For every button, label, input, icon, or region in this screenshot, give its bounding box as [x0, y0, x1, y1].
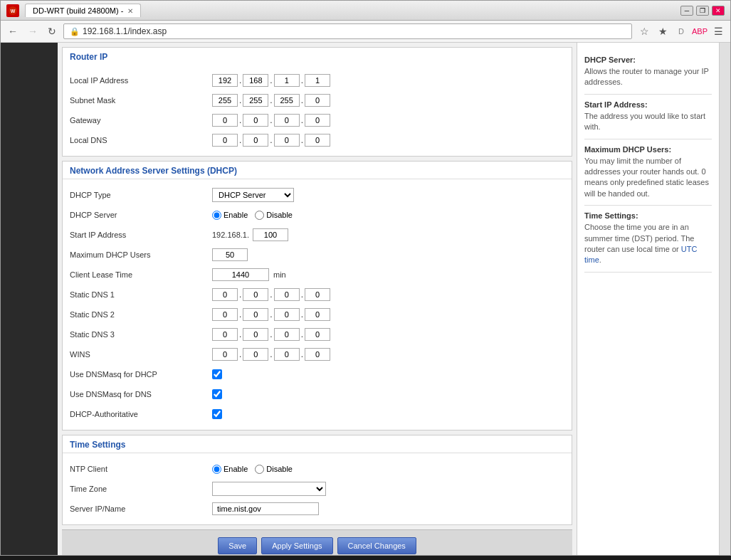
gateway-4[interactable]: [305, 114, 330, 127]
gateway-2[interactable]: [243, 114, 268, 127]
ntp-disable-radio[interactable]: [255, 465, 264, 474]
dhcp-disable-label[interactable]: Disable: [255, 211, 293, 220]
url-bar[interactable]: 🔒 192.168.1.1/index.asp: [63, 23, 632, 39]
ntp-enable-radio[interactable]: [212, 465, 221, 474]
start-ip-row: Start IP Address 192.168.1.: [70, 225, 564, 245]
gateway-row: Gateway . . .: [70, 110, 564, 130]
local-dns-1[interactable]: [212, 134, 238, 147]
sdns2-2[interactable]: [243, 308, 268, 321]
subnet-mask-row: Subnet Mask . . .: [70, 90, 564, 110]
use-dnsmasq-dns-checkbox[interactable]: [212, 389, 222, 399]
dhcp-server-label: DHCP Server: [70, 211, 212, 219]
gateway-3[interactable]: [274, 114, 300, 127]
dhcp-type-select[interactable]: DHCP Server DHCP Forwarder: [212, 188, 294, 202]
local-ip-2[interactable]: [243, 74, 268, 87]
sdns3-3[interactable]: [274, 328, 300, 341]
time-settings-section: Time Settings NTP Client Enable: [62, 435, 572, 525]
start-ip-prefix: 192.168.1.: [212, 231, 249, 239]
tab-label: DD-WRT (build 24800M) -: [33, 6, 123, 15]
wins-4[interactable]: [305, 348, 330, 361]
dhcp-enable-label[interactable]: Enable: [212, 211, 248, 220]
utc-time-link[interactable]: UTC time: [584, 245, 697, 264]
title-bar: W DD-WRT (build 24800M) - ✕ ─ ❐ ✕: [1, 1, 730, 21]
dhcp-enable-radio[interactable]: [212, 211, 221, 220]
local-dns-4[interactable]: [305, 134, 330, 147]
dhcp-type-label: DHCP Type: [70, 191, 212, 199]
save-button[interactable]: Save: [218, 537, 257, 554]
adblock-icon[interactable]: ABP: [692, 23, 708, 39]
ntp-disable-label[interactable]: Disable: [255, 465, 293, 474]
wins-3[interactable]: [274, 348, 300, 361]
use-dnsmasq-dhcp-checkbox[interactable]: [212, 369, 222, 379]
local-ip-4[interactable]: [305, 74, 330, 87]
sdns3-1[interactable]: [212, 328, 238, 341]
lease-time-row: Client Lease Time min: [70, 265, 564, 285]
local-ip-3[interactable]: [274, 74, 300, 87]
restore-button[interactable]: ❐: [696, 6, 709, 16]
sdns2-3[interactable]: [274, 308, 300, 321]
gateway-label: Gateway: [70, 116, 212, 125]
dhcp-type-row: DHCP Type DHCP Server DHCP Forwarder: [70, 185, 564, 205]
subnet-3[interactable]: [274, 94, 300, 107]
tab-close-icon[interactable]: ✕: [127, 7, 133, 15]
dhcp-disable-radio[interactable]: [255, 211, 264, 220]
back-button[interactable]: ←: [5, 24, 21, 38]
local-ip-row: Local IP Address . . .: [70, 70, 564, 90]
wins-2[interactable]: [243, 348, 268, 361]
nav-bar: ← → ↻ 🔒 192.168.1.1/index.asp ☆ ★ D ABP …: [1, 21, 730, 43]
ntp-enable-label[interactable]: Enable: [212, 465, 248, 474]
close-button[interactable]: ✕: [712, 6, 725, 16]
subnet-1[interactable]: [212, 94, 238, 107]
local-ip-1[interactable]: [212, 74, 238, 87]
wins-1[interactable]: [212, 348, 238, 361]
sdns3-4[interactable]: [305, 328, 330, 341]
start-ip-last-octet[interactable]: [253, 228, 288, 241]
gateway-1[interactable]: [212, 114, 238, 127]
scrollbar[interactable]: [719, 43, 730, 555]
sdns3-2[interactable]: [243, 328, 268, 341]
dhcp-server-row: DHCP Server Enable Disable: [70, 205, 564, 225]
right-help-panel: DHCP Server: Allows the router to manage…: [577, 43, 719, 555]
lease-time-input[interactable]: [212, 268, 269, 281]
url-lock-icon: 🔒: [70, 27, 80, 36]
forward-button[interactable]: →: [25, 24, 41, 38]
star-icon[interactable]: ☆: [636, 23, 652, 39]
sdns2-4[interactable]: [305, 308, 330, 321]
local-dns-label: Local DNS: [70, 136, 212, 144]
max-users-input[interactable]: [212, 248, 248, 261]
local-dns-2[interactable]: [243, 134, 268, 147]
apply-settings-button[interactable]: Apply Settings: [261, 537, 332, 554]
help-time-settings-body: Choose the time you are in an summer tim…: [584, 222, 712, 273]
help-start-ip-title: Start IP Address:: [584, 100, 712, 109]
bookmark-icon[interactable]: ★: [655, 23, 670, 39]
reload-button[interactable]: ↻: [45, 24, 59, 38]
minimize-button[interactable]: ─: [680, 6, 693, 16]
help-max-users-body: You may limit the number of addresses yo…: [584, 156, 712, 206]
server-ip-input[interactable]: [212, 502, 319, 515]
static-dns3-row: Static DNS 3 . . .: [70, 324, 564, 344]
sdns1-4[interactable]: [305, 288, 330, 301]
time-zone-select[interactable]: [212, 482, 326, 496]
sdns1-1[interactable]: [212, 288, 238, 301]
time-zone-row: Time Zone: [70, 479, 564, 499]
subnet-4[interactable]: [305, 94, 330, 107]
browser-tab[interactable]: DD-WRT (build 24800M) - ✕: [25, 4, 141, 17]
sdns1-2[interactable]: [243, 288, 268, 301]
subnet-2[interactable]: [243, 94, 268, 107]
help-dhcp-server-title: DHCP Server:: [584, 56, 712, 64]
local-dns-3[interactable]: [274, 134, 300, 147]
url-text: 192.168.1.1/index.asp: [83, 26, 167, 36]
help-dhcp-server-body: Allows the router to manage your IP addr…: [584, 66, 712, 95]
cancel-changes-button[interactable]: Cancel Changes: [337, 537, 416, 554]
local-dns-value: . . .: [212, 134, 330, 147]
static-dns1-value: . . .: [212, 288, 330, 301]
lease-time-unit: min: [273, 270, 286, 279]
extensions-icon[interactable]: D: [673, 23, 689, 39]
wins-value: . . .: [212, 348, 330, 361]
local-ip-label: Local IP Address: [70, 76, 212, 85]
sdns1-3[interactable]: [274, 288, 300, 301]
static-dns2-row: Static DNS 2 . . .: [70, 305, 564, 324]
menu-icon[interactable]: ☰: [710, 23, 726, 39]
sdns2-1[interactable]: [212, 308, 238, 321]
dhcp-authoritative-checkbox[interactable]: [212, 409, 222, 419]
